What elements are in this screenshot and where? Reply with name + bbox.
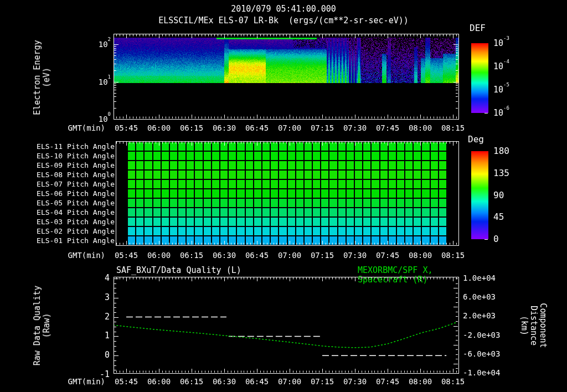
x-tick-label: 08:15 xyxy=(441,378,465,386)
power-mantissa: 10 xyxy=(493,85,503,95)
distance-tick-label: -1.0e+04 xyxy=(463,369,500,377)
quality-tick-label: 1 xyxy=(87,331,110,341)
pitch-row-label: ELS-04 Pitch Angle xyxy=(26,209,115,216)
power-mantissa: 10 xyxy=(493,61,503,71)
x-tick-label: 07:00 xyxy=(278,251,301,260)
distance-tick-label: -2.0e+03 xyxy=(463,331,500,339)
x-tick-label: 06:30 xyxy=(213,124,236,132)
x-tick-label: 05:45 xyxy=(115,251,138,260)
pitch-row-label: ELS-03 Pitch Angle xyxy=(26,218,115,226)
power-mantissa: 10 xyxy=(493,108,503,118)
x-tick-label: 07:15 xyxy=(311,251,334,260)
pitch-row-label: ELS-01 Pitch Angle xyxy=(26,237,115,245)
energy-tick-label: 101 xyxy=(87,77,111,86)
energy-axis-label: Electron Energy (eV) xyxy=(33,40,51,115)
distance-series-title: MEXORBMC/SPF X, Spacecraft (R) xyxy=(358,266,462,285)
x-tick-label: 07:45 xyxy=(376,124,399,132)
pitch-row-label: ELS-02 Pitch Angle xyxy=(26,228,115,235)
quality-axis-label: Raw Data Quality (Raw) xyxy=(33,286,51,366)
distance-axis-label-line2: (km) xyxy=(519,303,529,348)
gmt-axis-title: GMT(min) xyxy=(50,378,105,386)
distance-tick-label: 1.0e+04 xyxy=(463,274,496,282)
quality-axis-label-line1: Raw Data Quality xyxy=(33,286,42,366)
x-tick-label: 07:15 xyxy=(311,124,334,132)
x-tick-label: 06:45 xyxy=(245,378,269,386)
quality-tick-label: 4 xyxy=(87,274,110,283)
distance-axis-label: Component Distance (km) xyxy=(519,303,548,348)
pitch-row-label: ELS-10 Pitch Angle xyxy=(26,152,115,160)
distance-tick-label: 2.0e+03 xyxy=(463,312,496,320)
x-tick-label: 06:15 xyxy=(180,378,203,386)
x-tick-label: 06:00 xyxy=(147,378,171,386)
energy-axis-label-line1: Electron Energy xyxy=(33,40,42,115)
x-tick-label: 06:15 xyxy=(180,251,203,260)
pitch-row-label: ELS-05 Pitch Angle xyxy=(26,199,115,207)
deg-colorbar-tick-label: 180 xyxy=(493,146,509,156)
quality-tick-label: 3 xyxy=(87,293,110,302)
def-colorbar-title: DEF xyxy=(470,23,486,33)
page-title-datetime: 2010/079 05:41:00.000 xyxy=(231,4,336,14)
energy-tick-label: 100 xyxy=(87,114,111,123)
x-tick-label: 07:45 xyxy=(376,251,399,260)
x-tick-label: 07:00 xyxy=(278,378,301,386)
def-colorbar-tick-label: 10-6 xyxy=(493,108,509,118)
gmt-axis-title: GMT(min) xyxy=(50,251,105,260)
quality-axis-label-line2: (Raw) xyxy=(42,286,51,366)
gmt-axis-title: GMT(min) xyxy=(50,124,105,132)
x-tick-label: 06:45 xyxy=(245,124,269,132)
quality-tick-label: 0 xyxy=(87,350,110,360)
x-tick-label: 06:00 xyxy=(147,124,171,132)
x-tick-label: 08:15 xyxy=(441,251,465,260)
x-tick-label: 05:45 xyxy=(115,378,138,386)
deg-colorbar xyxy=(471,151,488,239)
def-colorbar-tick-label: 10-5 xyxy=(493,85,509,95)
x-tick-label: 07:15 xyxy=(311,378,334,386)
pitch-row-label: ELS-07 Pitch Angle xyxy=(26,180,115,188)
x-tick-label: 07:30 xyxy=(343,124,367,132)
page-title-instrument: ELSSCIL/MEx ELS-07 LR-Bk (ergs/(cm**2-sr… xyxy=(158,16,409,25)
energy-tick-label: 102 xyxy=(87,39,111,49)
plot-page: { "header": { "title_line1": "2010/079 0… xyxy=(0,0,567,392)
pitch-row-label: ELS-08 Pitch Angle xyxy=(26,171,115,179)
power-exponent: -6 xyxy=(503,105,509,111)
def-colorbar-tick-label: 10-3 xyxy=(493,38,509,48)
x-tick-label: 08:00 xyxy=(409,378,432,386)
x-tick-label: 08:00 xyxy=(409,124,432,132)
deg-colorbar-tick-label: 135 xyxy=(493,168,509,178)
x-tick-label: 08:15 xyxy=(441,124,465,132)
def-colorbar xyxy=(471,43,488,113)
deg-colorbar-tick-label: 45 xyxy=(493,212,504,221)
power-exponent: 0 xyxy=(108,111,111,117)
energy-axis-label-line2: (eV) xyxy=(42,40,51,115)
power-mantissa: 10 xyxy=(99,40,108,49)
distance-tick-label: 6.0e+03 xyxy=(463,293,496,301)
pitch-row-label: ELS-11 Pitch Angle xyxy=(26,143,115,151)
x-tick-label: 07:00 xyxy=(278,124,301,132)
pitch-row-label: ELS-06 Pitch Angle xyxy=(26,190,115,198)
deg-colorbar-tick-label: 90 xyxy=(493,190,504,200)
power-exponent: -5 xyxy=(503,82,509,87)
deg-colorbar-tick-label: 0 xyxy=(493,234,499,244)
x-tick-label: 07:30 xyxy=(343,251,367,260)
distance-tick-label: -6.0e+03 xyxy=(463,350,500,358)
x-tick-label: 07:30 xyxy=(343,378,367,386)
power-exponent: 1 xyxy=(108,74,111,80)
power-mantissa: 10 xyxy=(493,38,503,48)
power-mantissa: 10 xyxy=(99,77,108,86)
deg-colorbar-title: Deg xyxy=(468,135,484,144)
x-tick-label: 06:15 xyxy=(180,124,203,132)
def-colorbar-tick-label: 10-4 xyxy=(493,61,509,71)
power-exponent: 2 xyxy=(108,37,111,42)
power-exponent: -4 xyxy=(503,59,509,64)
x-tick-label: 06:30 xyxy=(213,378,236,386)
x-tick-label: 08:00 xyxy=(409,251,432,260)
x-tick-label: 06:30 xyxy=(213,251,236,260)
x-tick-label: 07:45 xyxy=(376,378,399,386)
power-mantissa: 10 xyxy=(99,115,108,123)
x-tick-label: 05:45 xyxy=(115,124,138,132)
x-tick-label: 06:45 xyxy=(245,251,269,260)
distance-axis-label-line1: Component Distance xyxy=(529,303,548,348)
power-exponent: -3 xyxy=(503,35,509,41)
x-tick-label: 06:00 xyxy=(147,251,171,260)
quality-series-title: SAF_BXuT/Data Quality (L) xyxy=(116,266,241,275)
